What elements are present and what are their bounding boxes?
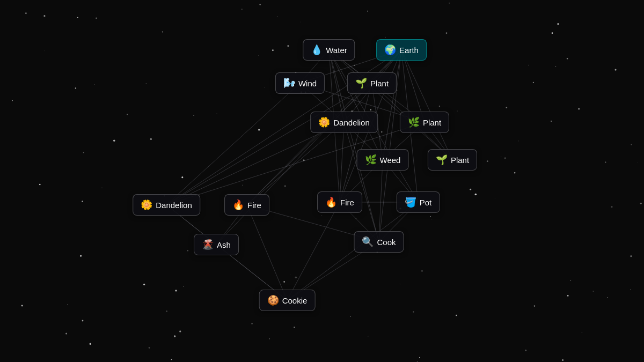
node-label-fire1: Fire xyxy=(247,201,261,210)
node-label-water: Water xyxy=(326,46,347,55)
node-icon-plant2: 🌿 xyxy=(408,116,420,128)
node-water[interactable]: 💧Water xyxy=(303,39,355,61)
node-icon-pot: 🪣 xyxy=(405,196,416,208)
node-wind[interactable]: 🌬️Wind xyxy=(275,72,325,94)
node-icon-dandelion2: 🌼 xyxy=(141,199,152,211)
node-label-weed: Weed xyxy=(380,156,401,165)
node-dandelion2[interactable]: 🌼Dandelion xyxy=(133,194,200,216)
svg-line-28 xyxy=(340,83,372,202)
node-weed[interactable]: 🌿Weed xyxy=(357,149,409,171)
node-plant3[interactable]: 🌱Plant xyxy=(428,149,477,171)
node-label-pot: Pot xyxy=(420,198,432,207)
node-plant1[interactable]: 🌱Plant xyxy=(347,72,397,94)
svg-line-13 xyxy=(383,50,401,160)
node-icon-fire1: 🔥 xyxy=(232,199,244,211)
node-icon-cookie: 🍪 xyxy=(267,294,279,306)
node-earth[interactable]: 🌍Earth xyxy=(376,39,427,61)
node-cook[interactable]: 🔍Cook xyxy=(354,231,404,253)
node-fire1[interactable]: 🔥Fire xyxy=(224,194,269,216)
svg-line-50 xyxy=(344,122,379,242)
node-icon-cook: 🔍 xyxy=(362,236,374,248)
svg-line-37 xyxy=(379,160,383,242)
svg-line-14 xyxy=(401,50,452,160)
svg-line-40 xyxy=(247,205,287,300)
node-plant2[interactable]: 🌿Plant xyxy=(400,112,449,133)
node-dandelion1[interactable]: 🌼Dandelion xyxy=(310,112,378,133)
svg-line-43 xyxy=(287,202,340,300)
node-label-earth: Earth xyxy=(399,46,419,55)
node-ash[interactable]: 🌋Ash xyxy=(194,234,239,255)
node-icon-fire2: 🔥 xyxy=(325,196,337,208)
node-icon-weed: 🌿 xyxy=(365,154,377,166)
node-icon-dandelion1: 🌼 xyxy=(318,116,330,128)
node-icon-ash: 🌋 xyxy=(202,239,214,250)
svg-line-30 xyxy=(166,122,344,205)
svg-line-32 xyxy=(340,122,344,202)
svg-line-27 xyxy=(247,83,372,205)
node-label-plant1: Plant xyxy=(370,79,389,88)
node-label-plant2: Plant xyxy=(423,118,441,127)
node-label-dandelion1: Dandelion xyxy=(333,118,370,127)
node-icon-earth: 🌍 xyxy=(384,44,396,56)
svg-line-23 xyxy=(166,83,300,205)
node-icon-water: 💧 xyxy=(311,44,323,56)
svg-line-5 xyxy=(329,50,452,160)
node-icon-plant1: 🌱 xyxy=(355,77,367,89)
node-label-cook: Cook xyxy=(377,238,396,247)
node-label-dandelion2: Dandelion xyxy=(156,201,192,210)
svg-line-26 xyxy=(166,83,372,205)
node-icon-plant3: 🌱 xyxy=(436,154,448,166)
node-label-ash: Ash xyxy=(217,240,231,249)
node-label-plant3: Plant xyxy=(451,156,469,165)
node-fire2[interactable]: 🔥Fire xyxy=(317,191,362,213)
node-cookie[interactable]: 🍪Cookie xyxy=(259,290,316,311)
node-pot[interactable]: 🪣Pot xyxy=(397,191,440,213)
node-icon-wind: 🌬️ xyxy=(283,77,295,89)
svg-line-4 xyxy=(329,50,383,160)
node-label-cookie: Cookie xyxy=(282,296,308,305)
node-label-fire2: Fire xyxy=(340,198,354,207)
node-label-wind: Wind xyxy=(298,79,317,88)
